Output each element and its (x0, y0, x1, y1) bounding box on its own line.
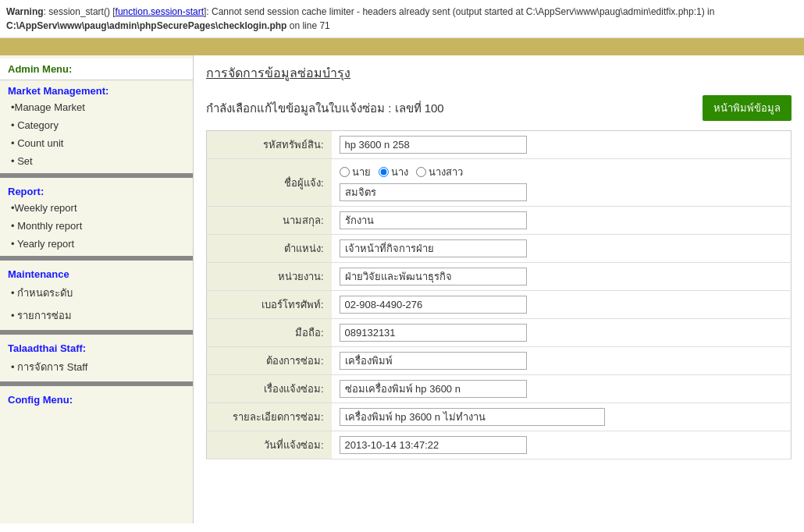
table-row: เรื่องแจ้งซ่อม: (207, 375, 792, 403)
radio-nang[interactable] (379, 167, 389, 177)
warning-path: C:\AppServ\www\paug\admin\phpSecurePages… (6, 20, 286, 31)
sidebar-item-count-unit[interactable]: • Count unit (0, 134, 193, 152)
sidebar-item-set[interactable]: • Set (0, 152, 193, 170)
sidebar: Admin Menu: Market Management: •Manage M… (0, 55, 194, 523)
title-radio-group: นาย นาง นางสาว (340, 164, 784, 180)
input-phone[interactable] (340, 296, 527, 314)
sidebar-item-set-level[interactable]: • กำหนดระดับ (0, 282, 193, 304)
field-value-department (332, 263, 792, 291)
field-label-department: หน่วยงาน: (207, 263, 332, 291)
input-position[interactable] (340, 239, 527, 257)
warning-text3: on line 71 (286, 20, 329, 31)
radio-nangsao[interactable] (416, 167, 426, 177)
input-first-name[interactable] (340, 183, 527, 201)
radio-nai-label[interactable]: นาย (340, 164, 371, 180)
table-row: มือถือ: (207, 319, 792, 347)
form-header: กำลังเลือกแก้ไขข้อมูลในใบแจ้งซ่อม : เลขท… (206, 95, 792, 121)
top-bar (0, 38, 804, 55)
field-value-repair-subject (332, 375, 792, 403)
warning-bar: Warning: session_start() [function.sessi… (0, 0, 804, 38)
warning-label: Warning (6, 6, 44, 17)
table-row: วันที่แจ้งซ่อม: (207, 431, 792, 459)
field-value-repair-type (332, 347, 792, 375)
field-label-repair-type: ต้องการซ่อม: (207, 347, 332, 375)
table-row: นามสกุล: (207, 207, 792, 235)
sidebar-section-talaadthai: Talaadthai Staff: (0, 338, 193, 356)
radio-nang-label[interactable]: นาง (379, 164, 408, 180)
input-asset-code[interactable] (340, 136, 527, 154)
sidebar-section-market: Market Management: (0, 80, 193, 98)
radio-nangsao-text: นางสาว (429, 164, 463, 180)
sidebar-item-category[interactable]: • Category (0, 116, 193, 134)
field-label-asset-code: รหัสทรัพย์สิน: (207, 131, 332, 159)
field-value-mobile (332, 319, 792, 347)
field-label-reporter-name: ชื่อผู้แจ้ง: (207, 159, 332, 207)
table-row: รหัสทรัพย์สิน: (207, 131, 792, 159)
name-row: นาย นาง นางสาว (340, 164, 784, 201)
sidebar-item-monthly-report[interactable]: • Monthly report (0, 217, 193, 235)
input-repair-detail[interactable] (340, 408, 605, 426)
sidebar-divider-1 (0, 173, 193, 178)
radio-nangsao-label[interactable]: นางสาว (416, 164, 463, 180)
field-value-asset-code (332, 131, 792, 159)
input-lastname[interactable] (340, 211, 527, 229)
table-row: ตำแหน่ง: (207, 235, 792, 263)
field-value-repair-detail (332, 403, 792, 431)
sidebar-divider-2 (0, 256, 193, 261)
radio-nai[interactable] (340, 167, 350, 177)
field-label-phone: เบอร์โทรศัพท์: (207, 291, 332, 319)
main-content: การจัดการข้อมูลซ่อมบำรุง กำลังเลือกแก้ไข… (194, 55, 804, 523)
sidebar-section-report: Report: (0, 181, 193, 199)
sidebar-divider-3 (0, 330, 193, 335)
input-repair-date[interactable] (340, 436, 527, 454)
sidebar-title: Admin Menu: (0, 59, 193, 80)
field-value-position (332, 235, 792, 263)
field-label-repair-detail: รายละเอียดการซ่อม: (207, 403, 332, 431)
field-value-lastname (332, 207, 792, 235)
input-repair-subject[interactable] (340, 380, 527, 398)
sidebar-section-config: Config Menu: (0, 389, 193, 407)
field-value-repair-date (332, 431, 792, 459)
table-row: รายละเอียดการซ่อม: (207, 403, 792, 431)
warning-text: : session_start() [ (44, 6, 116, 17)
field-value-reporter-name: นาย นาง นางสาว (332, 159, 792, 207)
table-row: เบอร์โทรศัพท์: (207, 291, 792, 319)
table-row: ต้องการซ่อม: (207, 347, 792, 375)
print-button[interactable]: หน้าพิมพ์ข้อมูล (703, 95, 792, 121)
radio-nang-text: นาง (391, 164, 408, 180)
sidebar-section-maintenance: Maintenance (0, 264, 193, 282)
field-label-lastname: นามสกุล: (207, 207, 332, 235)
form-table: รหัสทรัพย์สิน: ชื่อผู้แจ้ง: นาย (206, 130, 792, 459)
radio-nai-text: นาย (352, 164, 371, 180)
table-row: หน่วยงาน: (207, 263, 792, 291)
field-label-repair-subject: เรื่องแจ้งซ่อม: (207, 375, 332, 403)
warning-text2: ]: Cannot send session cache limiter - h… (204, 6, 714, 17)
sidebar-item-repair-list[interactable]: • รายการซ่อม (0, 304, 193, 327)
form-header-text: กำลังเลือกแก้ไขข้อมูลในใบแจ้งซ่อม : เลขท… (206, 99, 444, 118)
input-department[interactable] (340, 268, 527, 286)
field-value-phone (332, 291, 792, 319)
field-label-repair-date: วันที่แจ้งซ่อม: (207, 431, 332, 459)
field-label-mobile: มือถือ: (207, 319, 332, 347)
sidebar-divider-4 (0, 381, 193, 386)
warning-link[interactable]: function.session-start (116, 6, 204, 17)
sidebar-item-weekly-report[interactable]: •Weekly report (0, 199, 193, 217)
field-label-position: ตำแหน่ง: (207, 235, 332, 263)
sidebar-item-yearly-report[interactable]: • Yearly report (0, 235, 193, 253)
table-row: ชื่อผู้แจ้ง: นาย นาง (207, 159, 792, 207)
input-mobile[interactable] (340, 324, 527, 342)
input-repair-type[interactable] (340, 352, 527, 370)
sidebar-item-manage-staff[interactable]: • การจัดการ Staff (0, 356, 193, 378)
page-title: การจัดการข้อมูลซ่อมบำรุง (206, 63, 350, 83)
sidebar-item-manage-market[interactable]: •Manage Market (0, 98, 193, 116)
